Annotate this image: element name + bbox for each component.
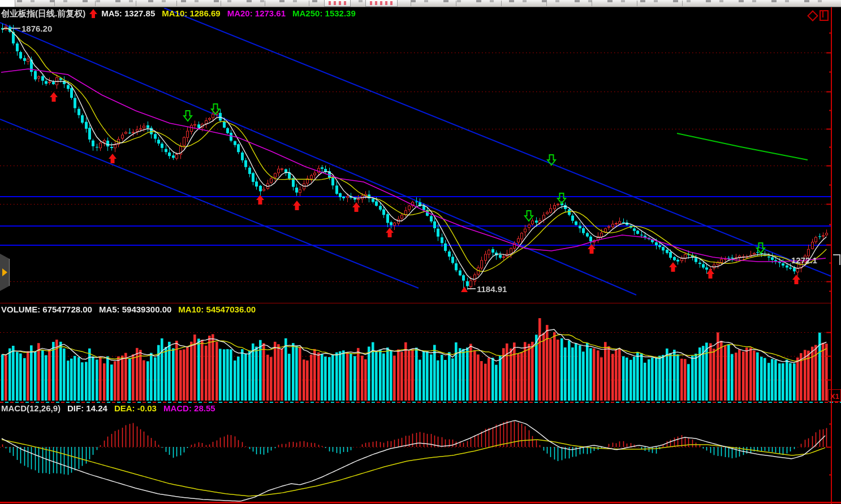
- red-up-arrow-icon: [89, 9, 97, 18]
- toolbar-separator: [411, 1, 411, 6]
- split-window-icon[interactable]: [820, 10, 829, 21]
- ma250-value: MA250: 1532.39: [292, 8, 356, 18]
- volume-ma5-value: MA5: 59439300.00: [99, 305, 171, 314]
- toolbar-separator: [501, 1, 502, 6]
- toolbar-button-1-clipped-label: [329, 1, 346, 5]
- toolbar-left-box[interactable]: [0, 0, 15, 7]
- split-window-divider: [822, 11, 823, 18]
- toolbar-separator: [95, 1, 96, 6]
- toolbar-separator: [456, 1, 456, 6]
- volume-ma10-value: MA10: 54547036.00: [178, 305, 256, 314]
- macd-name[interactable]: MACD(12,26,9): [1, 403, 61, 413]
- toolbar-separator: [221, 1, 221, 6]
- toolbar-clipped-text: [17, 0, 835, 2]
- ma5-value: MA5: 1327.85: [101, 8, 155, 18]
- last-price-label: 1272.1: [791, 255, 817, 265]
- axis-x1-badge[interactable]: X1: [828, 389, 841, 402]
- volume-value: VOLUME: 67547728.00: [1, 305, 92, 314]
- high-price-label: 1876.20: [21, 24, 52, 33]
- dif-value: DIF: 14.24: [67, 403, 107, 413]
- toolbar-button-2-clipped-label: [370, 1, 393, 5]
- toolbar-button-2[interactable]: [365, 0, 398, 7]
- low-price-label: 1184.91: [477, 284, 507, 294]
- macd-header: MACD(12,26,9)DIF: 14.24DEA: -0.03MACD: 2…: [1, 404, 215, 412]
- toolbar-separator: [637, 1, 637, 6]
- last-price-leader: [833, 254, 840, 265]
- toolbar-separator: [546, 1, 547, 6]
- toolbar-separator: [592, 1, 592, 6]
- dea-value: DEA: -0.03: [114, 403, 157, 413]
- panel-expand-tab[interactable]: [0, 254, 10, 291]
- top-menu-strip: [0, 0, 841, 7]
- main-chart-header: 创业板指(日线.前复权)MA5: 1327.85MA10: 1286.69MA2…: [1, 9, 356, 18]
- expand-arrow-icon: [2, 268, 7, 276]
- ma20-value: MA20: 1273.61: [227, 8, 286, 18]
- toolbar-separator: [682, 1, 683, 6]
- toolbar-separator: [54, 1, 55, 6]
- ma10-value: MA10: 1286.69: [162, 8, 220, 18]
- toolbar-separator: [309, 1, 309, 6]
- chart-canvas[interactable]: [0, 0, 841, 504]
- volume-header: VOLUME: 67547728.00MA5: 59439300.00MA10:…: [1, 305, 256, 314]
- macd-value: MACD: 28.55: [163, 403, 215, 413]
- toolbar-separator: [265, 1, 265, 6]
- instrument-title[interactable]: 创业板指(日线.前复权): [1, 8, 85, 18]
- toolbar-button-1[interactable]: [324, 0, 351, 7]
- toolbar-separator: [176, 1, 177, 6]
- toolbar-separator: [136, 1, 136, 6]
- trading-terminal-window: 创业板指(日线.前复权)MA5: 1327.85MA10: 1286.69MA2…: [0, 0, 841, 504]
